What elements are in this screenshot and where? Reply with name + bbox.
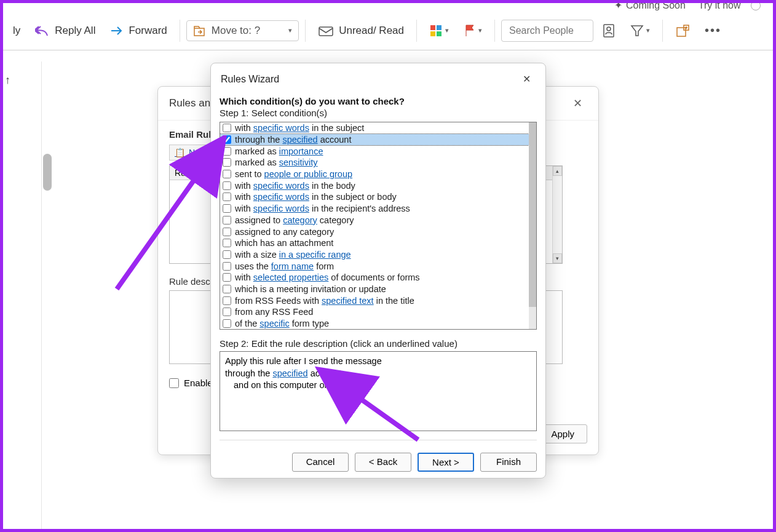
reply-all-label: Reply All: [55, 25, 95, 37]
condition-checkbox[interactable]: [223, 250, 231, 259]
condition-checkbox[interactable]: [223, 147, 231, 156]
condition-checkbox[interactable]: [223, 262, 231, 271]
condition-row[interactable]: which has an attachment: [220, 237, 536, 249]
condition-checkbox[interactable]: [223, 296, 231, 305]
chevron-down-icon: ▾: [478, 26, 482, 34]
condition-link[interactable]: specified: [282, 135, 317, 145]
condition-checkbox[interactable]: [223, 158, 231, 167]
search-people-input[interactable]: [501, 20, 593, 42]
condition-row[interactable]: through the specified account: [220, 134, 536, 146]
condition-checkbox[interactable]: [223, 228, 231, 236]
rules-wizard-dialog: Rules Wizard ✕ Which condition(s) do you…: [210, 63, 546, 478]
condition-row[interactable]: which is a meeting invitation or update: [220, 284, 536, 295]
condition-checkbox[interactable]: [223, 193, 231, 201]
flag-button[interactable]: ▾: [457, 20, 488, 41]
condition-link[interactable]: specified text: [322, 296, 374, 306]
scrollbar-thumb[interactable]: [43, 154, 52, 191]
condition-link[interactable]: specific words: [253, 123, 309, 133]
condition-checkbox[interactable]: [223, 135, 231, 144]
condition-row[interactable]: assigned to category category: [220, 215, 536, 226]
condition-row[interactable]: with specific words in the body: [220, 180, 536, 191]
scroll-up-icon[interactable]: ▴: [553, 166, 562, 176]
condition-link[interactable]: importance: [279, 146, 323, 156]
condition-text: through the specified account: [235, 135, 351, 145]
svg-rect-1: [319, 27, 333, 36]
condition-checkbox[interactable]: [223, 319, 231, 328]
condition-link[interactable]: in a specific range: [279, 250, 351, 260]
move-to-dropdown[interactable]: Move to: ? ▾: [186, 20, 299, 41]
condition-row[interactable]: with specific words in the subject: [220, 122, 536, 134]
close-icon[interactable]: ✕: [518, 71, 536, 87]
specified-account-link[interactable]: specified: [272, 368, 307, 378]
scrollbar-thumb[interactable]: [529, 122, 536, 307]
condition-link[interactable]: specific: [259, 319, 289, 328]
rule-description-editor[interactable]: Apply this rule after I send the message…: [220, 351, 537, 431]
condition-row[interactable]: from RSS Feeds with specified text in th…: [220, 295, 536, 306]
unread-read-label: Unread/ Read: [339, 25, 404, 37]
condition-row[interactable]: with specific words in the subject or bo…: [220, 191, 536, 203]
address-book-button[interactable]: [596, 20, 622, 42]
condition-row[interactable]: assigned to any category: [220, 226, 536, 237]
forward-button[interactable]: Forward: [104, 21, 173, 41]
condition-link[interactable]: selected properties: [253, 272, 329, 282]
condition-row[interactable]: from any RSS Feed: [220, 306, 536, 318]
condition-link[interactable]: specific words: [253, 204, 309, 213]
condition-link[interactable]: specific words: [253, 181, 309, 191]
condition-text: which has an attachment: [235, 238, 333, 248]
condition-link[interactable]: form name: [271, 261, 314, 271]
condition-row[interactable]: with selected properties of documents or…: [220, 272, 536, 284]
categorize-button[interactable]: ▾: [423, 20, 455, 41]
condition-checkbox[interactable]: [223, 124, 231, 132]
condition-row[interactable]: sent to people or public group: [220, 169, 536, 180]
condition-checkbox[interactable]: [223, 239, 231, 247]
condition-text: from RSS Feeds with specified text in th…: [235, 296, 414, 306]
condition-checkbox[interactable]: [223, 285, 231, 293]
condition-link[interactable]: people or public group: [264, 169, 353, 179]
conditions-list[interactable]: with specific words in the subjectthroug…: [220, 122, 537, 330]
condition-checkbox[interactable]: [223, 216, 231, 224]
ribbon-toolbar: ly Reply All Forward Move to: ? ▾ Unread…: [3, 11, 773, 50]
condition-checkbox[interactable]: [223, 204, 231, 213]
addins-button[interactable]: [669, 20, 696, 42]
condition-checkbox[interactable]: [223, 181, 231, 190]
unread-read-button[interactable]: Unread/ Read: [312, 21, 410, 41]
condition-row[interactable]: with a size in a specific range: [220, 249, 536, 261]
condition-checkbox[interactable]: [223, 170, 231, 178]
svg-rect-2: [430, 25, 435, 30]
condition-link[interactable]: category: [283, 215, 317, 225]
more-button[interactable]: •••: [699, 20, 727, 41]
next-button[interactable]: Next >: [418, 453, 474, 472]
rules-scrollbar[interactable]: ▴ ▾: [552, 166, 562, 263]
condition-row[interactable]: with specific words in the recipient's a…: [220, 203, 536, 215]
condition-row[interactable]: marked as importance: [220, 145, 536, 157]
desc-line2: through the specified account: [225, 368, 531, 380]
desc-line1: Apply this rule after I send the message: [225, 355, 531, 368]
wizard-question: Which condition(s) do you want to check?: [220, 96, 537, 106]
envelope-icon: [318, 25, 334, 37]
reply-all-button[interactable]: Reply All: [29, 21, 101, 41]
reply-button-partial[interactable]: ly: [7, 21, 26, 41]
conditions-scrollbar[interactable]: [529, 122, 536, 329]
condition-row[interactable]: of the specific form type: [220, 318, 536, 330]
close-icon[interactable]: ✕: [568, 95, 587, 111]
enable-rss-checkbox[interactable]: [169, 378, 179, 388]
condition-link[interactable]: specific words: [253, 192, 309, 202]
cancel-button[interactable]: Cancel: [292, 453, 349, 472]
condition-row[interactable]: marked as sensitivity: [220, 157, 536, 169]
back-button[interactable]: < Back: [355, 453, 411, 472]
chevron-down-icon: ▾: [646, 26, 650, 34]
condition-text: with specific words in the subject: [235, 123, 364, 133]
condition-checkbox[interactable]: [223, 273, 231, 282]
up-arrow-icon[interactable]: ↑: [5, 74, 10, 87]
condition-text: of the specific form type: [235, 319, 329, 328]
condition-checkbox[interactable]: [223, 308, 231, 316]
condition-text: with specific words in the subject or bo…: [235, 192, 397, 202]
forward-label: Forward: [129, 25, 167, 37]
condition-row[interactable]: uses the form name form: [220, 260, 536, 272]
scroll-down-icon[interactable]: ▾: [553, 253, 562, 263]
flag-icon: [464, 24, 476, 38]
new-rule-icon: 📋: [175, 148, 185, 157]
filter-button[interactable]: ▾: [624, 20, 656, 41]
condition-link[interactable]: sensitivity: [279, 157, 318, 167]
finish-button[interactable]: Finish: [480, 453, 537, 472]
